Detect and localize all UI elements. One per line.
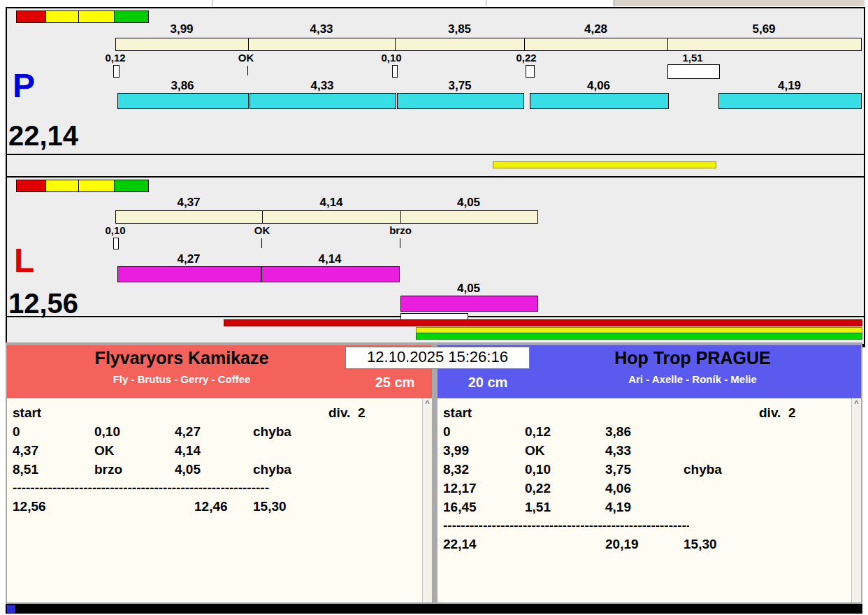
net-time: 12,46 — [194, 499, 228, 514]
scroll-up-icon[interactable]: ^ — [852, 398, 861, 410]
division-label: div. 2 — [759, 405, 795, 421]
p-progress-bar-yellow — [493, 161, 716, 168]
cell: 0 — [13, 424, 20, 440]
cell: 3,86 — [605, 424, 631, 440]
right-results-panel: start div. 2 0 0,12 3,86 3,99 OK 4,33 8,… — [437, 398, 861, 602]
table-row: 0 0,12 3,86 — [437, 424, 861, 442]
limit-time: 15,30 — [683, 537, 717, 552]
p-changeover-2: OK — [218, 52, 274, 64]
lane-l-letter: L — [14, 245, 34, 277]
p-delay-box-5 — [667, 64, 720, 79]
p-changeover-5: 1,51 — [665, 52, 721, 64]
p-actual-time-5: 4,19 — [718, 79, 860, 93]
status-light-green — [114, 180, 149, 192]
table-row: 8,51 brzo 4,05 chyba — [7, 462, 432, 479]
net-time: 20,19 — [605, 537, 639, 552]
limit-time: 15,30 — [253, 499, 287, 514]
p-actual-bar-5 — [718, 93, 862, 109]
l-changeover-3: brzo — [372, 224, 428, 236]
lane-l-total-time: 12,56 — [8, 289, 78, 317]
l-ideal-bar-3 — [400, 210, 538, 224]
cell: chyba — [253, 462, 291, 477]
tab-divider — [486, 0, 486, 6]
cell: 16,45 — [443, 500, 477, 515]
status-light-yellow-1 — [45, 180, 80, 192]
p-actual-bar-3 — [397, 93, 524, 109]
bottom-bar — [6, 604, 862, 614]
status-light-yellow-2 — [78, 10, 116, 23]
p-delay-tick-2 — [247, 66, 248, 75]
cell: 0,22 — [525, 481, 551, 496]
l-delay-tick-3 — [400, 238, 400, 248]
table-row: start div. 2 — [437, 405, 861, 423]
p-actual-time-1: 3,86 — [117, 79, 247, 93]
total-time: 12,56 — [13, 499, 46, 514]
p-actual-time-3: 3,75 — [397, 79, 523, 93]
p-ideal-bar-3 — [395, 38, 526, 51]
table-row: 16,45 1,51 4,19 — [437, 500, 861, 517]
right-team-name: Hop Trop PRAGUE — [528, 348, 857, 368]
cell: 0,10 — [94, 424, 120, 440]
cell: 12,17 — [443, 481, 477, 496]
p-delay-box-3 — [392, 65, 398, 78]
cell: OK — [525, 443, 545, 458]
flyball-timing-app: 3,99 4,33 3,85 4,28 5,69 0,12 OK 0,10 0,… — [0, 0, 868, 615]
scroll-up-icon[interactable]: ^ — [423, 398, 432, 410]
status-light-yellow-2 — [78, 180, 116, 192]
p-actual-bar-1 — [117, 93, 249, 109]
p-delay-box-1 — [113, 65, 120, 78]
cell: 3,99 — [443, 443, 469, 458]
l-ideal-bar-2 — [262, 210, 402, 224]
lane-p-letter: P — [13, 70, 35, 102]
total-time: 22,14 — [443, 537, 477, 552]
p-ideal-bar-4 — [524, 38, 669, 51]
status-light-red — [16, 10, 48, 23]
table-row: 12,17 0,22 4,06 — [437, 481, 861, 498]
l-rerun-bar — [400, 296, 538, 312]
bottom-blue-chip — [7, 605, 15, 613]
p-ideal-time-5: 5,69 — [667, 22, 860, 36]
dashes: ----------------------------------------… — [443, 518, 689, 535]
window-background — [614, 0, 865, 6]
divider-row: ----------------------------------------… — [7, 480, 432, 498]
p-ideal-bar-5 — [667, 38, 862, 51]
cell: 0 — [443, 424, 451, 440]
left-scrollbar[interactable]: ^ — [422, 398, 432, 602]
p-ideal-bar-1 — [115, 38, 249, 51]
cell: 4,33 — [605, 443, 631, 458]
datetime-display: 12.10.2025 15:26:16 — [345, 347, 530, 369]
l-progress-bar-red — [224, 319, 862, 326]
p-delay-box-4 — [526, 65, 535, 78]
p-changeover-3: 0,10 — [363, 52, 419, 64]
cell: chyba — [253, 424, 291, 440]
cell: 4,27 — [175, 424, 201, 440]
left-team-name: Flyvaryors Kamikaze — [14, 348, 349, 368]
p-actual-time-4: 4,06 — [530, 79, 667, 93]
table-row: 4,37 OK 4,14 — [7, 443, 432, 461]
right-scrollbar[interactable]: ^ — [851, 398, 861, 602]
p-ideal-bar-2 — [248, 38, 396, 51]
cell: OK — [94, 443, 115, 458]
cell: 8,51 — [13, 462, 38, 477]
p-ideal-time-1: 3,99 — [115, 22, 248, 36]
status-light-green — [114, 10, 149, 23]
l-actual-bar-1 — [117, 266, 261, 282]
cell: 4,37 — [13, 443, 38, 458]
p-actual-bar-4 — [530, 93, 669, 109]
lane-p-divider-line — [7, 154, 864, 155]
l-rerun-time: 4,05 — [400, 282, 537, 296]
cell: 0,10 — [525, 462, 551, 477]
table-row: 3,99 OK 4,33 — [437, 443, 861, 461]
division-label: div. 2 — [328, 405, 365, 421]
l-actual-time-1: 4,27 — [117, 252, 260, 266]
start-label: start — [443, 405, 472, 421]
cell: 4,14 — [175, 443, 201, 458]
l-changeover-1: 0,10 — [87, 224, 143, 236]
l-ideal-bar-1 — [115, 210, 263, 224]
status-light-red — [16, 180, 48, 192]
p-changeover-4: 0,22 — [498, 52, 554, 64]
cell: 4,05 — [175, 462, 201, 477]
cell: 3,75 — [605, 462, 631, 477]
p-ideal-time-4: 4,28 — [524, 22, 667, 36]
start-label: start — [13, 405, 41, 421]
